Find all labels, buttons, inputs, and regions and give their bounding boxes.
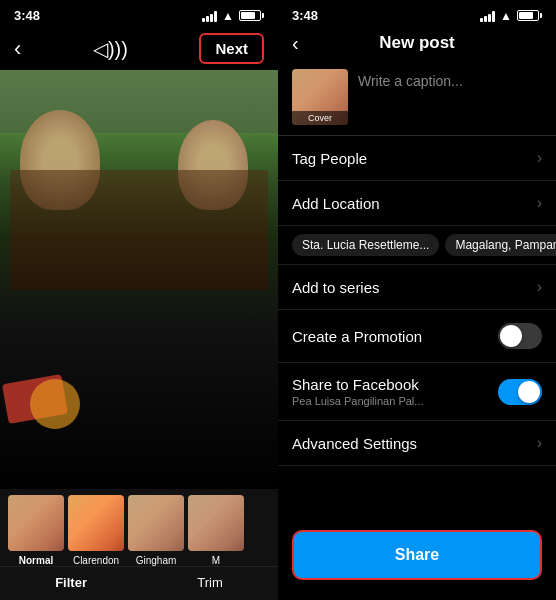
right-signal-icon bbox=[480, 10, 495, 22]
add-location-chevron-icon: › bbox=[537, 194, 542, 212]
right-wifi-icon: ▲ bbox=[500, 9, 512, 23]
tag-people-row[interactable]: Tag People › bbox=[278, 136, 556, 181]
location-tag-0[interactable]: Sta. Lucia Resettleme... bbox=[292, 234, 439, 256]
filter-strip: Normal Clarendon Gingham M bbox=[0, 489, 278, 566]
promotion-toggle[interactable] bbox=[498, 323, 542, 349]
filter-row: Normal Clarendon Gingham M bbox=[0, 495, 278, 566]
facebook-toggle-knob bbox=[518, 381, 540, 403]
left-panel: 3:48 ▲ ‹ ◁))) Next bbox=[0, 0, 278, 600]
facebook-label: Share to Facebook bbox=[292, 376, 423, 393]
facebook-toggle[interactable] bbox=[498, 379, 542, 405]
caption-area: Cover Write a caption... bbox=[278, 59, 556, 135]
create-promotion-row: Create a Promotion bbox=[278, 310, 556, 363]
create-promotion-label: Create a Promotion bbox=[292, 328, 422, 345]
bottom-tabs: Filter Trim bbox=[0, 566, 278, 600]
filter-clarendon[interactable]: Clarendon bbox=[68, 495, 124, 566]
advanced-settings-chevron-icon: › bbox=[537, 434, 542, 452]
share-button-container: Share bbox=[278, 514, 556, 600]
promotion-toggle-knob bbox=[500, 325, 522, 347]
advanced-settings-row[interactable]: Advanced Settings › bbox=[278, 421, 556, 466]
filter-clarendon-label: Clarendon bbox=[73, 555, 119, 566]
sound-icon[interactable]: ◁))) bbox=[93, 37, 128, 61]
left-toolbar: ‹ ◁))) Next bbox=[0, 27, 278, 70]
facebook-label-group: Share to Facebook Pea Luisa Pangilinan P… bbox=[292, 376, 423, 407]
filter-gingham-label: Gingham bbox=[136, 555, 177, 566]
caption-input[interactable]: Write a caption... bbox=[358, 69, 542, 89]
tab-filter[interactable]: Filter bbox=[55, 575, 87, 590]
advanced-settings-label: Advanced Settings bbox=[292, 435, 417, 452]
left-time: 3:48 bbox=[14, 8, 40, 23]
filter-normal-label: Normal bbox=[19, 555, 53, 566]
right-time: 3:48 bbox=[292, 8, 318, 23]
filter-gingham[interactable]: Gingham bbox=[128, 495, 184, 566]
tab-trim[interactable]: Trim bbox=[197, 575, 223, 590]
filter-normal[interactable]: Normal bbox=[8, 495, 64, 566]
add-to-series-label: Add to series bbox=[292, 279, 380, 296]
battery-icon bbox=[239, 10, 264, 21]
tag-people-chevron-icon: › bbox=[537, 149, 542, 167]
facebook-account: Pea Luisa Pangilinan Pal... bbox=[292, 395, 423, 407]
caption-thumbnail: Cover bbox=[292, 69, 348, 125]
cover-label: Cover bbox=[292, 111, 348, 125]
share-facebook-row: Share to Facebook Pea Luisa Pangilinan P… bbox=[278, 363, 556, 421]
add-location-row[interactable]: Add Location › bbox=[278, 181, 556, 226]
right-toolbar: ‹ New post bbox=[278, 27, 556, 59]
share-button[interactable]: Share bbox=[292, 530, 542, 580]
left-status-icons: ▲ bbox=[202, 9, 264, 23]
photo-area bbox=[0, 70, 278, 489]
tag-people-label: Tag People bbox=[292, 150, 367, 167]
photo-scene bbox=[0, 70, 278, 489]
right-title: New post bbox=[379, 33, 455, 53]
location-tags-row: Sta. Lucia Resettleme... Magalang, Pampa… bbox=[278, 226, 556, 265]
signal-icon bbox=[202, 10, 217, 22]
right-status-bar: 3:48 ▲ bbox=[278, 0, 556, 27]
add-to-series-chevron-icon: › bbox=[537, 278, 542, 296]
right-battery-icon bbox=[517, 10, 542, 21]
next-button[interactable]: Next bbox=[199, 33, 264, 64]
filter-m-label: M bbox=[212, 555, 220, 566]
filter-m[interactable]: M bbox=[188, 495, 244, 566]
left-status-bar: 3:48 ▲ bbox=[0, 0, 278, 27]
right-status-icons: ▲ bbox=[480, 9, 542, 23]
spacer bbox=[278, 466, 556, 514]
wifi-icon: ▲ bbox=[222, 9, 234, 23]
add-to-series-row[interactable]: Add to series › bbox=[278, 265, 556, 310]
right-panel: 3:48 ▲ ‹ New post Cover Wri bbox=[278, 0, 556, 600]
back-button[interactable]: ‹ bbox=[14, 36, 21, 62]
right-back-button[interactable]: ‹ bbox=[292, 32, 299, 55]
add-location-label: Add Location bbox=[292, 195, 380, 212]
location-tag-1[interactable]: Magalang, Pampanga bbox=[445, 234, 556, 256]
